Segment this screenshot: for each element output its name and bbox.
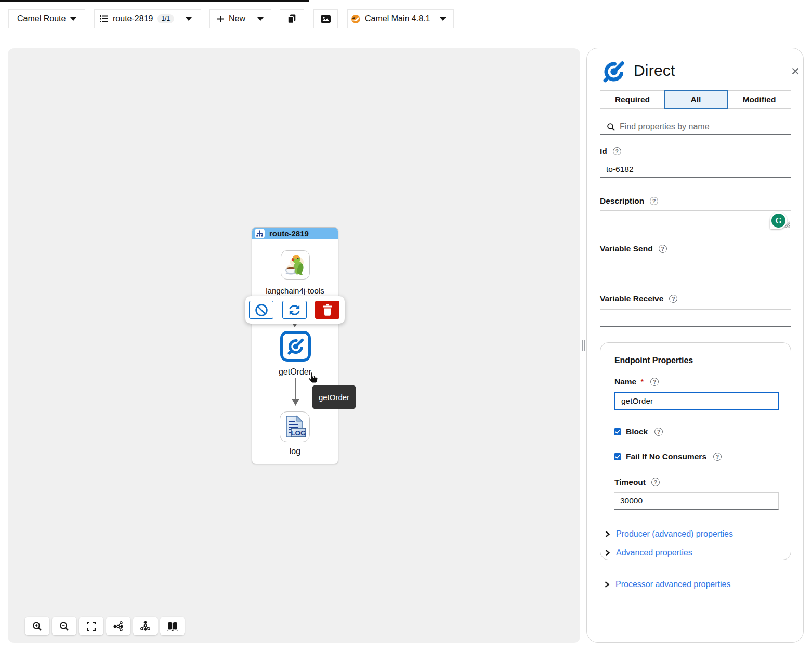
svg-text:LOG: LOG	[291, 429, 306, 436]
